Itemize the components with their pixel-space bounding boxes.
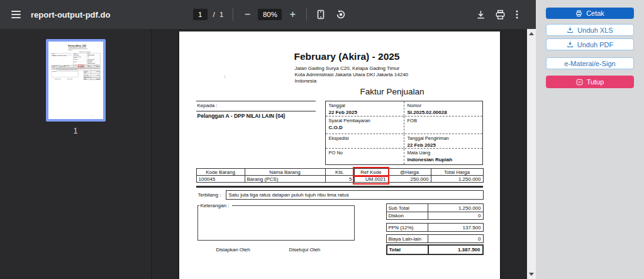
totals-biaya-group: Biaya Lain-lain 0 [386, 234, 484, 243]
keterangan-label: Keterangan : [52, 71, 57, 72]
syarat-label: Syarat Pembayaran [329, 118, 404, 123]
pdf-toolbar: report-output-pdf.do 1 / 1 − 80% + [0, 0, 536, 29]
page-thumbnail[interactable]: February (Akira) - 2025 Jalan Gading Sur… [46, 39, 106, 122]
company-address: Jalan Gading Surya C20, Kelapa Gading Ti… [68, 47, 87, 50]
po-label: PO No [74, 62, 86, 63]
info-cell-tanggal: Tanggal 22 Feb 2025 [326, 101, 404, 116]
print-icon [495, 9, 506, 20]
tutup-button[interactable]: Tutup [546, 76, 634, 88]
download-button[interactable] [475, 9, 486, 20]
totals-ppn-group: PPN (12%) 137.500 [84, 74, 100, 76]
pdf-viewer: report-output-pdf.do 1 / 1 − 80% + [0, 0, 536, 279]
toolbar-right [342, 9, 536, 20]
items-table: Kode Barang Nama Barang Kts. Ref Kode @H… [51, 65, 100, 67]
item-nama: Barang (PCS) [245, 176, 325, 183]
invoice-info-table: Tanggal 22 Feb 2025 Nomor SI.2025.02.000… [73, 54, 100, 64]
unduh-pdf-label: Unduh PDF [577, 41, 613, 48]
zoom-out-button[interactable]: − [242, 9, 253, 20]
info-cell-syarat: Syarat Pembayaran C.O.D [326, 117, 404, 134]
cetak-label: Cetak [586, 9, 604, 17]
col-kode-barang: Kode Barang [196, 169, 245, 176]
ppn-row: PPN (12%) 137.500 [84, 74, 100, 76]
item-kode: 100045 [196, 176, 245, 183]
rotate-button[interactable] [335, 9, 347, 20]
diskon-label: Diskon [387, 212, 428, 219]
unduh-pdf-button[interactable]: Unduh PDF [546, 38, 634, 50]
kepada-label: Kepada : [197, 103, 218, 108]
col-kts: Kts. [325, 169, 354, 176]
nomor-value: SI.2025.02.00028 [408, 110, 482, 115]
kepada-rule-top [196, 101, 316, 101]
total-label: Total [387, 246, 429, 254]
e-materai-label: e-Materai/e-Sign [564, 60, 615, 67]
toolbar-left: report-output-pdf.do [0, 10, 189, 20]
zoom-in-button[interactable]: + [287, 9, 298, 20]
actions-panel: Cetak Unduh XLS Unduh PDF e-Materai/e-Si… [536, 0, 644, 279]
total-row: Total 1.387.500 [387, 246, 482, 254]
total-label: Total [84, 78, 91, 79]
page-count-label: / 1 [213, 11, 225, 18]
address-line-3: Indonesia [295, 78, 409, 84]
info-cell-nomor: Nomor SI.2025.02.00028 [404, 101, 482, 116]
invoice-page: February (Akira) - 2025 Jalan Gading Sur… [179, 31, 500, 279]
menu-icon[interactable] [11, 11, 21, 18]
scroll-down-arrow[interactable] [527, 270, 536, 278]
terbilang-label: Terbilang : [198, 192, 221, 198]
col-nama-barang: Nama Barang [245, 169, 325, 176]
ppn-label: PPN (12%) [387, 224, 428, 231]
disiapkan-label: Disiapkan Oleh [216, 247, 250, 253]
ekspedisi-label: Ekspedisi [329, 135, 404, 141]
print-button[interactable] [495, 9, 506, 20]
page-number-input[interactable]: 1 [193, 9, 208, 20]
invoice-doc-title: Faktur Penjualan [79, 51, 90, 53]
nomor-label: Nomor [408, 103, 482, 108]
fob-label: FOB [87, 56, 99, 57]
tanggal-label: Tanggal [329, 103, 404, 108]
biaya-value: 0 [91, 76, 100, 77]
items-header-row: Kode Barang Nama Barang Kts. Ref Kode @H… [196, 169, 483, 176]
total-row: Total 1.387.500 [84, 78, 100, 79]
info-row: Tanggal 22 Feb 2025 Nomor SI.2025.02.000… [326, 101, 482, 116]
more-vertical-icon [514, 9, 519, 20]
thumbnail-page-number: 1 [74, 127, 78, 135]
diskon-value: 0 [91, 72, 100, 74]
scroll-up-arrow[interactable] [527, 30, 536, 38]
customer-name: Pelanggan A - DPP NILAI LAIN (04) [51, 55, 66, 57]
unduh-xls-label: Unduh XLS [577, 26, 613, 34]
cetak-button[interactable]: Cetak [546, 8, 634, 19]
vertical-scrollbar[interactable] [527, 29, 536, 279]
customer-name: Pelanggan A - DPP NILAI LAIN (04) [197, 113, 286, 119]
company-name: February (Akira) - 2025 [294, 51, 400, 62]
item-kts: 5 [73, 66, 78, 67]
toolbar-divider [233, 8, 233, 21]
ppn-label: PPN (12%) [84, 74, 91, 76]
download-file-icon [567, 26, 574, 33]
unduh-xls-button[interactable]: Unduh XLS [546, 24, 634, 36]
info-row: Ekspedisi Tanggal Pengiriman 22 Feb 2025 [326, 134, 482, 148]
terbilang-label: Terbilang : [52, 69, 55, 71]
zoom-level-input[interactable]: 80% [258, 9, 282, 20]
fit-page-button[interactable] [315, 9, 326, 20]
tutup-label: Tutup [587, 78, 604, 86]
more-options-button[interactable] [514, 9, 519, 20]
terbilang-box: Satu juta tiga ratus delapan puluh tujuh… [226, 190, 484, 200]
items-table: Kode Barang Nama Barang Kts. Ref Kode @H… [196, 168, 484, 183]
kepada-rule-bottom [196, 111, 316, 111]
keterangan-box: Keterangan : [51, 71, 78, 77]
col-total-harga: Total Harga [431, 169, 483, 176]
toolbar-divider [306, 8, 307, 21]
ppn-row: PPN (12%) 137.500 [387, 224, 483, 231]
biaya-value: 0 [428, 236, 483, 242]
document-area: February (Akira) - 2025 Jalan Gading Sur… [152, 29, 527, 279]
fit-page-icon [315, 9, 326, 20]
item-total-harga: 1.250.000 [431, 176, 483, 183]
info-cell-mata-uang: Mata Uang Indonesian Rupiah [86, 62, 99, 64]
diskon-row: Diskon 0 [387, 212, 483, 219]
totals-ppn-group: PPN (12%) 137.500 [386, 223, 484, 232]
subtotal-value: 1.250.000 [428, 205, 483, 211]
viewer-body: February (Akira) - 2025 Jalan Gading Sur… [0, 29, 536, 279]
po-label: PO No [329, 150, 404, 156]
e-materai-button[interactable]: e-Materai/e-Sign [546, 57, 634, 69]
ref-kode-highlight-value [353, 175, 389, 185]
info-cell-ekspedisi: Ekspedisi [326, 134, 404, 148]
